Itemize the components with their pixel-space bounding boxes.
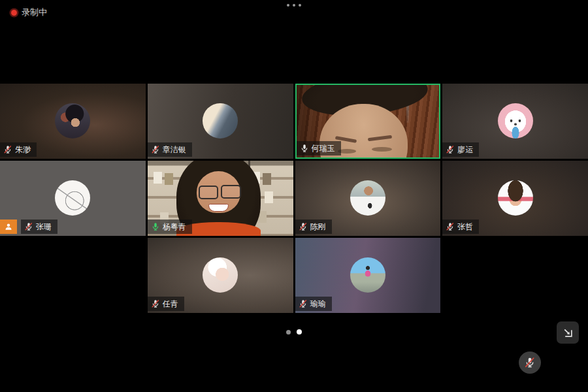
muted-mic-icon: [524, 357, 536, 368]
mic-control-button[interactable]: [519, 351, 541, 374]
participant-tile-chengang[interactable]: 陈刚: [295, 161, 441, 236]
host-badge-icon: [0, 220, 17, 234]
name-label: 何瑞玉: [297, 141, 341, 155]
name-label: 廖运: [442, 142, 479, 157]
participant-label-row: 杨粤青: [148, 220, 192, 234]
avatar-cartoon-boy-red-glasses: [498, 180, 533, 215]
mic-status-icon: [446, 222, 455, 231]
view-toggle-button[interactable]: [557, 321, 579, 344]
mic-status-icon: [300, 144, 309, 153]
participant-tile-zhangshan[interactable]: 张珊: [0, 161, 146, 236]
participant-name: 任青: [163, 299, 178, 310]
pagination: [0, 329, 588, 335]
name-label: 瑜瑜: [295, 297, 332, 311]
participant-tile-heruiyu[interactable]: 何瑞玉: [295, 84, 441, 159]
mic-status-icon: [446, 145, 455, 154]
participant-tile-renqing[interactable]: 任青: [148, 238, 293, 313]
name-label: 章洁银: [148, 142, 192, 157]
mic-status-icon: [24, 222, 33, 231]
avatar-photo-man-white-shirt-tie: [350, 180, 385, 215]
mic-status-icon: [3, 145, 12, 154]
avatar-photo-person-outdoors-sky: [350, 257, 385, 292]
participant-name: 张哲: [457, 221, 473, 233]
more-menu-icon[interactable]: [0, 4, 588, 7]
avatar-photo-woman-black-hat: [55, 103, 90, 138]
person-glasses: [199, 186, 219, 199]
avatar-cartoon-white-dog-pink: [498, 103, 533, 138]
name-label: 杨粤青: [148, 220, 192, 234]
participant-tile-zhangzhe[interactable]: 张哲: [442, 161, 588, 236]
collapse-view-icon: [562, 327, 574, 338]
name-label: 朱渺: [0, 142, 37, 157]
participant-label-row: 张珊: [0, 220, 57, 234]
participant-label-row: 任青: [148, 297, 184, 311]
mic-status-icon: [299, 299, 308, 308]
recording-dot-icon: [11, 10, 17, 16]
participant-label-row: 陈刚: [295, 220, 332, 234]
name-label: 陈刚: [295, 220, 332, 234]
avatar-line-sketch-woman-white: [55, 180, 90, 215]
participant-grid: 朱渺 章洁: [0, 84, 588, 313]
participant-label-row: 朱渺: [0, 142, 37, 157]
meeting-window: 录制中: [0, 0, 588, 392]
participant-name: 张珊: [36, 221, 52, 233]
bookshelf-books: [154, 172, 162, 184]
mic-status-icon: [151, 222, 160, 231]
participant-label-row: 章洁银: [148, 142, 192, 157]
mic-status-icon: [151, 299, 160, 308]
participant-label-row: 何瑞玉: [297, 141, 341, 155]
participant-label-row: 廖运: [442, 142, 479, 157]
page-dot-2[interactable]: [297, 329, 302, 335]
participant-label-row: 张哲: [442, 220, 479, 234]
name-label: 张哲: [442, 220, 479, 234]
participant-name: 陈刚: [310, 221, 326, 233]
participant-name: 杨粤青: [163, 221, 186, 233]
participant-tile-yangyueqing[interactable]: 杨粤青: [148, 161, 293, 236]
recording-label: 录制中: [22, 7, 47, 18]
person-smile: [208, 204, 229, 212]
mic-status-icon: [299, 222, 308, 231]
participant-name: 章洁银: [163, 144, 186, 155]
participant-tile-yuyu[interactable]: 瑜瑜: [295, 238, 441, 313]
mic-status-icon: [151, 145, 160, 154]
participant-label-row: 瑜瑜: [295, 297, 332, 311]
participant-name: 廖运: [457, 144, 473, 155]
avatar-photo-cat-in-blanket: [203, 103, 238, 138]
participant-tile-zhumiao[interactable]: 朱渺: [0, 84, 146, 159]
avatar-photo-baby-white-hat: [203, 257, 238, 292]
person-glasses: [221, 185, 241, 199]
name-label: 任青: [148, 297, 184, 311]
name-label: 张珊: [21, 220, 57, 234]
recording-indicator[interactable]: 录制中: [11, 7, 47, 18]
page-dot-1[interactable]: [286, 330, 291, 335]
participant-tile-zhangjieyin[interactable]: 章洁银: [148, 84, 293, 159]
participant-name: 何瑞玉: [312, 143, 335, 154]
participant-name: 朱渺: [15, 144, 31, 155]
participant-name: 瑜瑜: [310, 299, 326, 310]
participant-tile-liaoyun[interactable]: 廖运: [442, 84, 588, 159]
